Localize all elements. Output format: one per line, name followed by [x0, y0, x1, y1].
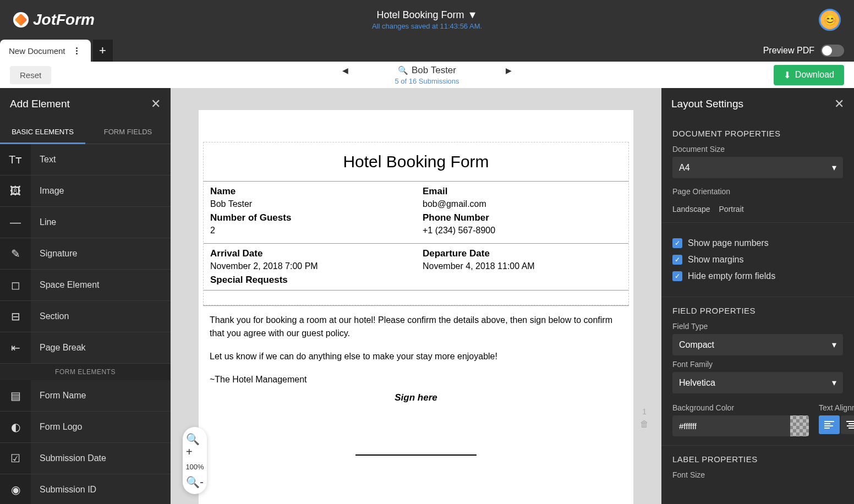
text-align-label: Text Alignment — [819, 403, 854, 412]
element-submission-date[interactable]: ☑Submission Date — [0, 443, 171, 474]
document-page[interactable]: Hotel Booking Form Name Bob Tester Numbe… — [199, 110, 633, 504]
form-title-dropdown[interactable]: Hotel Booking Form ▼ — [372, 9, 482, 21]
message-p1: Thank you for booking a room at our hote… — [210, 314, 622, 340]
tab-basic-elements[interactable]: BASIC ELEMENTS — [0, 120, 85, 144]
orientation-portrait[interactable]: Portrait — [719, 205, 744, 213]
download-icon: ⬇ — [784, 70, 791, 80]
search-icon: 🔍 — [398, 65, 408, 75]
zoom-in-icon[interactable]: 🔍+ — [186, 432, 204, 458]
orientation-landscape[interactable]: Landscape — [672, 205, 710, 213]
form-elements-list: ▤Form Name ◐Form Logo ☑Submission Date ◉… — [0, 380, 171, 504]
tab-label: New Document — [9, 46, 65, 56]
app-header: JotForm Hotel Booking Form ▼ All changes… — [0, 0, 854, 40]
prev-submission-icon[interactable]: ◀ — [342, 66, 348, 75]
tab-bar: New Document + Preview PDF — [0, 40, 854, 62]
align-left-button[interactable] — [819, 415, 840, 434]
logo-text: JotForm — [33, 11, 95, 29]
avatar[interactable]: 😊 — [819, 9, 841, 31]
section-icon: ⊟ — [0, 301, 31, 332]
message-p2: Let us know if we can do anything else t… — [210, 350, 622, 363]
toolbar: Reset ◀ 🔍 Bob Tester ▶ 5 of 16 Submissio… — [0, 62, 854, 88]
chevron-down-icon: ▼ — [468, 9, 478, 21]
message-p3: ~The Hotel Management — [210, 373, 622, 386]
checkbox-hide-empty[interactable]: ✓ — [672, 271, 682, 281]
date-icon: ☑ — [0, 443, 31, 474]
sign-here-label: Sign here — [210, 391, 622, 405]
bg-color-label: Background Color — [672, 403, 809, 412]
field-properties-header: FIELD PROPERTIES — [672, 306, 843, 315]
label-page-numbers: Show page numbers — [688, 238, 769, 248]
submission-count: 5 of 16 Submissions — [342, 77, 512, 85]
chevron-down-icon: ▾ — [832, 377, 836, 388]
font-family-label: Font Family — [672, 360, 843, 369]
element-form-name[interactable]: ▤Form Name — [0, 380, 171, 412]
field-email-value: bob@gmail.com — [423, 199, 622, 209]
logo[interactable]: JotForm — [13, 11, 95, 29]
download-button[interactable]: ⬇ Download — [774, 65, 844, 85]
add-tab-button[interactable]: + — [93, 40, 113, 62]
element-form-logo[interactable]: ◐Form Logo — [0, 412, 171, 443]
bg-color-swatch[interactable] — [790, 415, 809, 436]
formname-icon: ▤ — [0, 380, 31, 411]
field-special-label: Special Requests — [210, 275, 409, 286]
save-status: All changes saved at 11:43:56 AM. — [372, 22, 482, 30]
align-center-button[interactable] — [841, 415, 854, 434]
checkbox-page-numbers[interactable]: ✓ — [672, 238, 682, 248]
submission-search[interactable]: 🔍 Bob Tester — [398, 65, 456, 76]
text-icon: Tᴛ — [0, 144, 31, 175]
submission-nav: ◀ 🔍 Bob Tester ▶ 5 of 16 Submissions — [342, 65, 512, 85]
page-number: 1 — [642, 407, 647, 416]
doc-properties-header: DOCUMENT PROPERTIES — [672, 129, 843, 138]
image-icon: 🖼 — [0, 176, 31, 206]
font-size-label: Font Size — [672, 470, 843, 479]
preview-pdf-toggle[interactable] — [821, 45, 844, 57]
element-image[interactable]: 🖼Image — [0, 176, 171, 207]
zoom-out-icon[interactable]: 🔍- — [186, 475, 204, 489]
zoom-percent: 100% — [185, 463, 204, 471]
document-tab[interactable]: New Document — [0, 40, 91, 62]
element-signature[interactable]: ✎Signature — [0, 238, 171, 270]
checkbox-margins[interactable]: ✓ — [672, 255, 682, 265]
field-arrival-label: Arrival Date — [210, 248, 409, 259]
delete-page-icon[interactable]: 🗑 — [640, 419, 649, 429]
field-email-label: Email — [423, 186, 622, 197]
element-submission-id[interactable]: ◉Submission ID — [0, 474, 171, 504]
canvas[interactable]: Hotel Booking Form Name Bob Tester Numbe… — [171, 88, 661, 504]
signature-line[interactable] — [355, 454, 477, 456]
doc-size-select[interactable]: A4 ▾ — [672, 157, 843, 178]
field-phone-value: +1 (234) 567-8900 — [423, 226, 622, 235]
font-family-select[interactable]: Helvetica ▾ — [672, 372, 843, 393]
chevron-down-icon: ▾ — [832, 339, 836, 350]
tester-name: Bob Tester — [412, 65, 456, 76]
zoom-controls: 🔍+ 100% 🔍- — [183, 427, 207, 494]
basic-elements-list: TᴛText 🖼Image —Line ✎Signature ◻Space El… — [0, 144, 171, 364]
field-type-select[interactable]: Compact ▾ — [672, 334, 843, 355]
tab-menu-icon[interactable] — [72, 47, 82, 54]
logo-icon — [13, 12, 29, 28]
close-right-panel-icon[interactable]: ✕ — [834, 97, 844, 111]
element-space[interactable]: ◻Space Element — [0, 270, 171, 301]
space-icon: ◻ — [0, 270, 31, 300]
doc-title[interactable]: Hotel Booking Form — [204, 143, 628, 182]
right-panel-title: Layout Settings — [671, 98, 743, 110]
field-name-value: Bob Tester — [210, 199, 409, 209]
add-element-panel: Add Element ✕ BASIC ELEMENTS FORM FIELDS… — [0, 88, 171, 504]
id-icon: ◉ — [0, 474, 31, 504]
element-section[interactable]: ⊟Section — [0, 301, 171, 332]
field-arrival-value: November 2, 2018 7:00 PM — [210, 261, 409, 271]
tab-form-fields[interactable]: FORM FIELDS — [85, 120, 171, 144]
field-guests-value: 2 — [210, 226, 409, 235]
label-hide-empty: Hide empty form fields — [688, 271, 775, 281]
form-title-text: Hotel Booking Form — [377, 9, 464, 21]
pagebreak-icon: ⇤ — [0, 332, 31, 363]
close-left-panel-icon[interactable]: ✕ — [151, 97, 161, 111]
download-label: Download — [795, 70, 834, 80]
element-line[interactable]: —Line — [0, 207, 171, 238]
element-text[interactable]: TᴛText — [0, 144, 171, 176]
reset-button[interactable]: Reset — [10, 66, 51, 84]
next-submission-icon[interactable]: ▶ — [506, 66, 512, 75]
bg-color-input[interactable] — [672, 416, 790, 436]
signature-icon: ✎ — [0, 238, 31, 269]
element-page-break[interactable]: ⇤Page Break — [0, 332, 171, 364]
bg-color-input-wrap — [672, 415, 809, 436]
